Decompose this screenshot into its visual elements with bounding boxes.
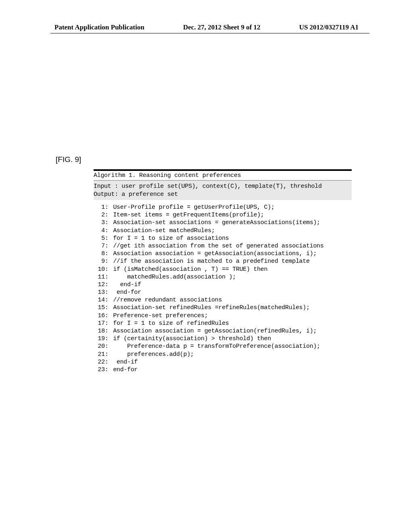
algorithm-title: Algorithm 1. Reasoning content preferenc… — [94, 171, 352, 180]
code-line: 15: Association-set refinedRules =refine… — [94, 304, 352, 312]
line-text: Association-set refinedRules =refineRule… — [113, 304, 309, 311]
line-number: 12 — [94, 281, 105, 289]
algorithm-code: 1: User-Profile profile = getUserProfile… — [94, 200, 352, 374]
line-text: if (isMatched(association , T) == TRUE) … — [113, 266, 267, 273]
code-line: 17: for I = 1 to size of refinedRules — [94, 320, 352, 327]
line-colon: : — [105, 219, 113, 226]
line-colon: : — [105, 304, 113, 311]
code-line: 21: preferences.add(p); — [94, 351, 352, 358]
line-colon: : — [105, 351, 113, 358]
line-colon: : — [105, 274, 113, 281]
line-text: for I = 1 to size of refinedRules — [113, 320, 229, 327]
line-colon: : — [105, 204, 113, 211]
line-text: Association association = getAssociation… — [113, 328, 317, 335]
line-colon: : — [105, 243, 113, 249]
algorithm-output: Output: a preference set — [94, 191, 352, 199]
line-text: matchedRules.add(association ); — [113, 274, 236, 281]
line-colon: : — [105, 328, 113, 335]
code-line: 11: matchedRules.add(association ); — [94, 273, 352, 281]
code-line: 7: //get ith association from the set of… — [94, 242, 352, 250]
code-line: 14: //remove redundant associations — [94, 296, 352, 304]
line-colon: : — [105, 258, 113, 265]
header-date-sheet: Dec. 27, 2012 Sheet 9 of 12 — [183, 23, 261, 31]
line-colon: : — [105, 335, 113, 342]
line-number: 17 — [94, 320, 105, 327]
header-patent-number: US 2012/0327119 A1 — [299, 23, 359, 31]
code-line: 3: Association-set associations = genera… — [94, 219, 352, 227]
line-number: 22 — [94, 358, 105, 366]
line-text: end-if — [113, 281, 141, 288]
line-number: 9 — [94, 258, 105, 265]
line-text: if (certainity(association) > threshold)… — [113, 335, 271, 342]
line-text: Association-set associations = generateA… — [113, 219, 320, 226]
line-text: Preference-data p = transformToPreferenc… — [113, 343, 320, 350]
line-number: 15 — [94, 304, 105, 312]
line-number: 2 — [94, 211, 105, 219]
line-number: 1 — [94, 204, 105, 211]
line-colon: : — [105, 297, 113, 303]
code-line: 4: Association-set matchedRules; — [94, 227, 352, 235]
line-text: preferences.add(p); — [113, 351, 194, 358]
line-colon: : — [105, 212, 113, 218]
code-line: 8: Association association = getAssociat… — [94, 250, 352, 258]
algorithm-io: Input : user profile set(UPS), context(C… — [94, 181, 352, 200]
line-colon: : — [105, 359, 113, 366]
line-number: 5 — [94, 235, 105, 242]
line-number: 23 — [94, 366, 105, 374]
line-text: Association association = getAssociation… — [113, 250, 317, 257]
line-text: Preference-set preferences; — [113, 312, 208, 319]
code-line: 9: //if the association is matched to a … — [94, 258, 352, 265]
line-colon: : — [105, 366, 113, 373]
line-number: 18 — [94, 327, 105, 335]
line-number: 11 — [94, 273, 105, 281]
line-colon: : — [105, 289, 113, 296]
code-line: 1: User-Profile profile = getUserProfile… — [94, 204, 352, 211]
line-text: end-if — [113, 359, 138, 366]
header-divider — [50, 33, 369, 33]
line-text: User-Profile profile = getUserProfile(UP… — [113, 204, 274, 211]
line-text: //remove redundant associations — [113, 297, 222, 303]
line-number: 4 — [94, 227, 105, 235]
page-header: Patent Application Publication Dec. 27, … — [0, 23, 413, 31]
line-text: for I = 1 to size of associations — [113, 235, 229, 242]
line-number: 8 — [94, 250, 105, 258]
line-text: //get ith association from the set of ge… — [113, 243, 323, 249]
line-number: 3 — [94, 219, 105, 227]
code-line: 13: end-for — [94, 289, 352, 296]
line-number: 19 — [94, 335, 105, 343]
line-text: Item-set items = getFrequentItems(profil… — [113, 212, 264, 218]
header-publication-label: Patent Application Publication — [54, 23, 144, 31]
line-colon: : — [105, 227, 113, 234]
line-number: 20 — [94, 343, 105, 350]
code-line: 20: Preference-data p = transformToPrefe… — [94, 343, 352, 350]
code-line: 22: end-if — [94, 358, 352, 366]
line-number: 7 — [94, 242, 105, 250]
line-text: end-for — [113, 289, 141, 296]
line-colon: : — [105, 320, 113, 327]
line-colon: : — [105, 250, 113, 257]
code-line: 19: if (certainity(association) > thresh… — [94, 335, 352, 343]
line-colon: : — [105, 266, 113, 273]
code-line: 18: Association association = getAssocia… — [94, 327, 352, 335]
code-line: 16: Preference-set preferences; — [94, 312, 352, 320]
line-colon: : — [105, 235, 113, 242]
figure-label: [FIG. 9] — [56, 155, 81, 164]
line-number: 13 — [94, 289, 105, 296]
algorithm-box: Algorithm 1. Reasoning content preferenc… — [94, 169, 352, 374]
code-line: 23: end-for — [94, 366, 352, 374]
code-line: 10: if (isMatched(association , T) == TR… — [94, 266, 352, 273]
code-line: 12: end-if — [94, 281, 352, 289]
line-number: 16 — [94, 312, 105, 320]
line-colon: : — [105, 281, 113, 288]
line-number: 10 — [94, 266, 105, 273]
algorithm-input: Input : user profile set(UPS), context(C… — [94, 183, 352, 191]
code-line: 5: for I = 1 to size of associations — [94, 235, 352, 242]
line-colon: : — [105, 343, 113, 350]
line-colon: : — [105, 312, 113, 319]
line-text: //if the association is matched to a pre… — [113, 258, 309, 265]
line-text: Association-set matchedRules; — [113, 227, 215, 234]
line-number: 21 — [94, 351, 105, 358]
line-text: end-for — [113, 366, 138, 373]
code-line: 2: Item-set items = getFrequentItems(pro… — [94, 211, 352, 219]
line-number: 14 — [94, 296, 105, 304]
